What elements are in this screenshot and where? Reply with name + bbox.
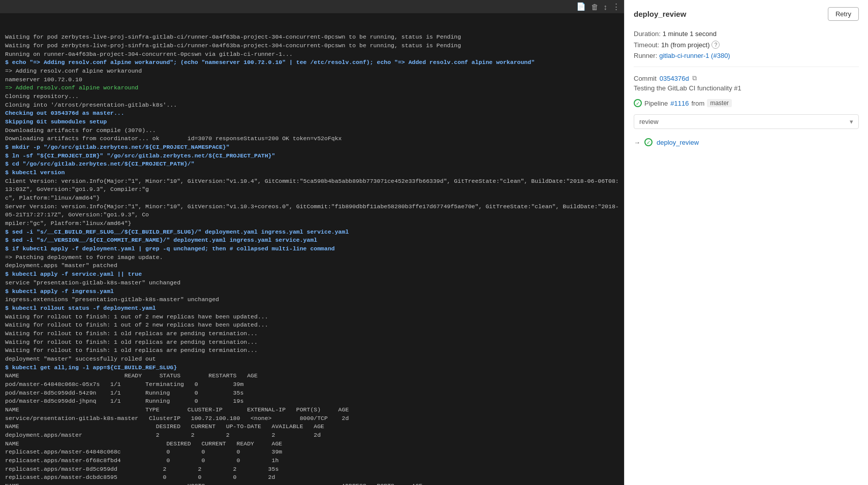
job-success-icon: ✓ [644, 138, 653, 146]
trash-icon[interactable]: 🗑 [591, 3, 599, 11]
divider-1 [634, 67, 859, 67]
chevron-down-icon: ▾ [850, 118, 853, 125]
help-icon[interactable]: ? [711, 41, 720, 49]
sidebar-title: deploy_review [634, 10, 686, 18]
duration-value: 1 minute 1 second [663, 30, 717, 38]
menu-icon[interactable]: ⋮ [612, 2, 620, 11]
sidebar-header: deploy_review Retry [634, 7, 859, 21]
pipeline-branch: master [707, 99, 732, 107]
stage-label: review [639, 118, 659, 125]
timeout-row: Timeout: 1h (from project) ? [634, 41, 859, 49]
file-icon[interactable]: 📄 [576, 2, 586, 11]
timeout-value: 1h (from project) [661, 41, 709, 49]
duration-row: Duration: 1 minute 1 second [634, 30, 859, 38]
runner-row: Runner: gitlab-ci-runner-1 (#380) [634, 52, 859, 59]
pipeline-number-link[interactable]: #1116 [670, 100, 689, 107]
runner-label: Runner: [634, 52, 657, 59]
job-item: → ✓ deploy_review [634, 136, 859, 148]
terminal-toolbar: 📄 🗑 ↕ ⋮ [0, 0, 624, 13]
retry-button[interactable]: Retry [828, 7, 859, 21]
job-arrow-icon: → [634, 139, 640, 146]
stages-dropdown[interactable]: review ▾ [634, 114, 859, 129]
pipeline-success-icon: ✓ [634, 99, 642, 107]
timeout-label: Timeout: [634, 41, 659, 49]
commit-hash-link[interactable]: 0354376d [660, 75, 689, 82]
commit-message: Testing the GitLab CI functionality #1 [634, 84, 859, 92]
runner-link[interactable]: gitlab-ci-runner-1 (#380) [659, 52, 730, 59]
pipeline-label: Pipeline [644, 100, 668, 107]
pipeline-row: ✓ Pipeline #1116 from master [634, 99, 859, 107]
scroll-icon[interactable]: ↕ [604, 3, 608, 11]
terminal-output: Waiting for pod zerbytes-live-proj-sinfr… [0, 13, 624, 485]
duration-label: Duration: [634, 30, 661, 38]
sidebar: deploy_review Retry Duration: 1 minute 1… [624, 0, 868, 485]
pipeline-from-text: from [691, 100, 704, 107]
commit-row: Commit 0354376d ⧉ [634, 74, 859, 82]
copy-icon[interactable]: ⧉ [692, 74, 697, 82]
commit-label: Commit [634, 75, 657, 82]
job-name[interactable]: deploy_review [657, 139, 699, 146]
